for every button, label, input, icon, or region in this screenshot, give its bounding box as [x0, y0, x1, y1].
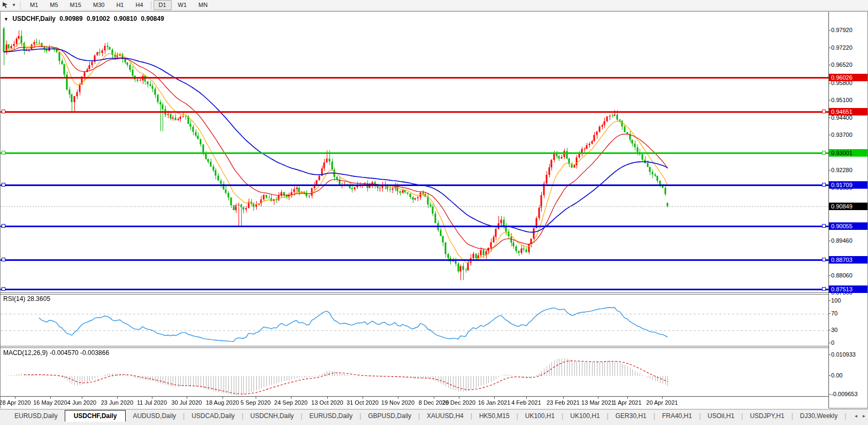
time-axis-date-label: 4 Feb 2021 [511, 399, 541, 406]
main-rsi-pane-divider[interactable] [1, 292, 828, 295]
level-line-handle[interactable] [2, 110, 5, 113]
chart-title: ▼ USDCHF,Daily 0.90989 0.91002 0.90810 0… [4, 15, 166, 22]
chart-tab-audusd-daily[interactable]: AUDUSD,Daily [126, 411, 183, 421]
level-line-handle[interactable] [2, 224, 5, 228]
level-line-handle[interactable] [822, 224, 826, 228]
chart-tab-usdcad-daily[interactable]: USDCAD,Daily [185, 411, 242, 421]
timeframe-button-m1[interactable]: M1 [25, 0, 43, 10]
price-level-line[interactable] [1, 259, 828, 261]
timeframe-button-m5[interactable]: M5 [44, 0, 63, 10]
price-level-line[interactable] [1, 289, 828, 290]
current-price-badge: 0.90849 [829, 203, 867, 210]
timeframe-button-d1[interactable]: D1 [153, 0, 172, 10]
chart-close-value: 0.90849 [141, 15, 164, 22]
time-axis-tick [50, 397, 51, 399]
tab-scroll-right-icon[interactable]: ► [860, 411, 868, 421]
symbol-tab-bar: EURUSD,DailyUSDCHF,DailyAUDUSD,Daily|USD… [0, 409, 868, 425]
level-line-handle[interactable] [822, 183, 826, 187]
time-axis-date-label: 1 Apr 2021 [613, 399, 641, 406]
chart-tab-fra40-h1[interactable]: FRA40,H1 [655, 411, 699, 421]
time-axis-date-label: 30 Jul 2020 [172, 399, 202, 406]
chart-canvas[interactable] [1, 12, 828, 408]
time-axis-tick [152, 397, 152, 399]
chart-tab-usoil-h1[interactable]: USOil,H1 [701, 411, 741, 421]
time-axis-tick [222, 397, 223, 399]
time-axis-tick [82, 397, 82, 399]
price-level-line[interactable] [1, 111, 828, 113]
timeframe-button-group: M1M5M15M30H1H4D1W1MN [24, 0, 213, 10]
rsi-indicator-label: RSI(14) 28.3605 [3, 295, 50, 303]
chart-tab-gbpusd-daily[interactable]: GBPUSD,Daily [361, 411, 418, 421]
chart-tab-usdchf-daily[interactable]: USDCHF,Daily [65, 410, 126, 422]
timeframe-button-m30[interactable]: M30 [88, 0, 110, 10]
time-axis-tick [526, 397, 527, 399]
price-level-line[interactable] [1, 226, 828, 227]
chart-symbol-label: USDCHF,Daily [12, 15, 56, 22]
chart-tab-uk100-h1[interactable]: UK100,H1 [518, 411, 562, 421]
macd-axis-tick-label: 0.010933 [831, 351, 856, 358]
chart-tab-eurusd-daily[interactable]: EURUSD,Daily [7, 411, 65, 421]
time-axis-tick [363, 397, 363, 399]
cursor-tool-icon[interactable] [0, 1, 11, 10]
price-axis-tick-label: 0.93700 [831, 132, 852, 138]
chart-tab-xauusd-h4[interactable]: XAUUSD,H4 [420, 411, 471, 421]
rsi-axis-tick-label: 100 [831, 297, 841, 304]
time-axis-date-label: 24 Sep 2020 [274, 399, 308, 406]
time-axis-date-label: 19 Nov 2020 [381, 399, 414, 406]
time-axis-date-label: 16 Jan 2021 [478, 399, 511, 406]
level-line-handle[interactable] [822, 110, 826, 113]
chart-tab-usdcnh-daily[interactable]: USDCNH,Daily [243, 411, 301, 421]
rsi-macd-pane-divider[interactable] [1, 346, 828, 348]
timeframe-button-h4[interactable]: H4 [130, 0, 148, 10]
level-line-handle[interactable] [2, 183, 5, 187]
toolbar-grip[interactable] [19, 2, 22, 9]
time-axis-date-label: 18 Aug 2020 [206, 399, 239, 406]
timeframe-button-mn[interactable]: MN [193, 0, 213, 10]
chart-collapse-icon[interactable]: ▼ [4, 17, 9, 22]
level-line-handle[interactable] [2, 258, 5, 261]
chart-low-value: 0.90810 [114, 15, 137, 22]
timeframe-button-w1[interactable]: W1 [173, 0, 193, 10]
chart-tab-usdjpy-h1[interactable]: USDJPY,H1 [743, 411, 791, 421]
time-axis-tick [627, 397, 628, 399]
price-level-line[interactable] [1, 77, 828, 79]
chart-tab-dj30-weekly[interactable]: DJ30,Weekly [793, 411, 844, 421]
level-line-handle[interactable] [2, 151, 5, 154]
level-line-handle[interactable] [2, 287, 5, 291]
price-level-badge: 0.93001 [829, 149, 867, 157]
rsi-axis-tick-label: 0 [831, 339, 834, 346]
chart-tab-china300-h1[interactable]: CHINA300,H1 [846, 411, 852, 421]
price-level-line[interactable] [1, 184, 828, 186]
trading-platform: ▼ M1M5M15M30H1H4D1W1MN ▼ USDCHF,Daily 0.… [0, 0, 868, 425]
chart-tab-uk100-h1[interactable]: UK100,H1 [563, 411, 606, 421]
time-axis-date-label: 28 Dec 2020 [442, 399, 475, 406]
timeframe-button-h1[interactable]: H1 [111, 0, 129, 10]
level-line-handle[interactable] [822, 287, 826, 291]
timeframe-button-m15[interactable]: M15 [65, 0, 87, 10]
top-toolbar: ▼ M1M5M15M30H1H4D1W1MN [0, 0, 868, 11]
price-axis-tick-label: 0.92280 [831, 167, 852, 173]
price-level-badge: 0.96026 [829, 74, 867, 81]
rsi-axis-tick-label: 70 [831, 310, 838, 316]
chart-tab-eurusd-daily[interactable]: EURUSD,Daily [302, 411, 359, 421]
level-line-handle[interactable] [822, 151, 826, 154]
level-line-handle[interactable] [822, 258, 826, 261]
chart-high-value: 0.91002 [87, 15, 110, 22]
time-axis[interactable]: 28 Apr 202016 May 20204 Jun 202023 Jun 2… [1, 396, 828, 408]
chart-tab-ger30-h1[interactable]: GER30,H1 [609, 411, 654, 421]
time-axis-date-label: 13 Mar 2021 [581, 399, 614, 406]
price-level-badge: 0.87513 [829, 285, 867, 293]
time-axis-tick [117, 397, 118, 399]
price-axis-tick-label: 0.97920 [831, 27, 852, 33]
time-axis-tick [662, 397, 663, 399]
chart-tab-hk50-m15[interactable]: HK50,M15 [472, 411, 517, 421]
price-level-badge: 0.91709 [829, 181, 867, 189]
price-level-line[interactable] [1, 152, 828, 154]
time-axis-date-label: 16 May 2020 [33, 399, 67, 406]
time-axis-tick [327, 397, 328, 399]
toolbar-separator [151, 1, 151, 9]
tab-scroll-left-icon[interactable]: ◄ [852, 411, 860, 421]
time-axis-tick [494, 397, 495, 399]
cursor-tool-dropdown-icon[interactable]: ▼ [11, 3, 17, 7]
time-axis-tick [291, 397, 291, 399]
